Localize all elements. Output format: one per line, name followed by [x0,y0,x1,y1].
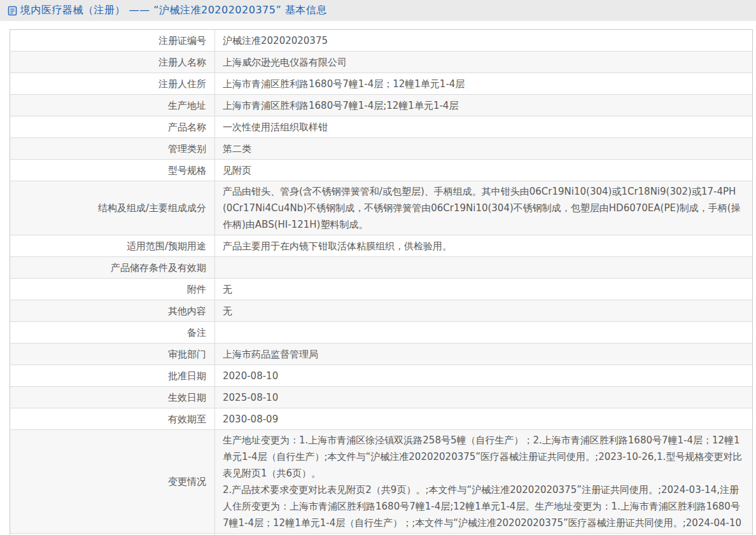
row-label: 注册证编号 [10,30,215,51]
row-label: 注册人名称 [10,52,215,73]
table-row: 备注 [10,322,752,344]
row-label: 有效期至 [10,408,215,429]
table-row: 其他内容 无 [10,300,752,322]
page-header: 境内医疗器械（注册） —— “沪械注准20202020375” 基本信息 [0,0,756,21]
row-label: 备注 [10,322,215,343]
document-icon [8,6,17,16]
row-value [215,322,752,343]
registration-info-table: 注册证编号 沪械注准20202020375 注册人名称 上海威尔逊光电仪器有限公… [10,29,753,535]
row-label: 附件 [10,279,215,300]
row-label: 产品储存条件及有效期 [10,257,215,278]
row-value: 上海威尔逊光电仪器有限公司 [215,52,752,73]
row-value: 产品由钳头、管身(含不锈钢弹簧管和/或包塑层)、手柄组成。其中钳头由06Cr19… [215,181,752,235]
row-value: 上海市药品监督管理局 [215,344,752,365]
row-label: 产品名称 [10,116,215,137]
row-label: 批准日期 [10,365,215,386]
row-value: 2025-08-10 [215,387,752,408]
row-label: 型号规格 [10,160,215,181]
row-value: 2020-08-10 [215,365,752,386]
row-value: 沪械注准20202020375 [215,30,752,51]
table-row: 变更情况 生产地址变更为：1.上海市青浦区徐泾镇双浜路258号5幢（自行生产）；… [10,430,752,534]
row-value: 无 [215,300,752,321]
table-row: 审批部门 上海市药品监督管理局 [10,344,752,365]
row-value: 无 [215,279,752,300]
row-label: 注册人住所 [10,73,215,94]
table-row: 结构及组成/主要组成成分 产品由钳头、管身(含不锈钢弹簧管和/或包塑层)、手柄组… [10,181,752,235]
row-value: 见附页 [215,160,752,181]
row-value: 产品主要用于在内镜下钳取活体粘膜组织，供检验用。 [215,235,752,256]
table-row: 注册人名称 上海威尔逊光电仪器有限公司 [10,52,752,73]
row-value [215,257,752,278]
table-row: 附件 无 [10,279,752,300]
row-label: 适用范围/预期用途 [10,235,215,256]
row-value: 一次性使用活组织取样钳 [215,116,752,137]
row-value: 上海市青浦区胜利路1680号7幢1-4层；12幢1单元1-4层 [215,73,752,94]
row-value: 2030-08-09 [215,408,752,429]
row-label: 结构及组成/主要组成成分 [10,181,215,235]
table-row: 有效期至 2030-08-09 [10,408,752,430]
table-row: 管理类别 第二类 [10,138,752,160]
table-row: 产品储存条件及有效期 [10,257,752,279]
row-label: 其他内容 [10,300,215,321]
row-label: 管理类别 [10,138,215,159]
table-row: 批准日期 2020-08-10 [10,365,752,387]
row-label: 审批部门 [10,344,215,365]
row-value: 上海市青浦区胜利路1680号7幢1-4层;12幢1单元1-4层 [215,95,752,116]
table-row: 产品名称 一次性使用活组织取样钳 [10,116,752,138]
row-label: 生产地址 [10,95,215,116]
table-row: 注册证编号 沪械注准20202020375 [10,30,752,52]
page-title: 境内医疗器械（注册） —— “沪械注准20202020375” 基本信息 [20,4,327,17]
row-value: 第二类 [215,138,752,159]
table-row: 注册人住所 上海市青浦区胜利路1680号7幢1-4层；12幢1单元1-4层 [10,73,752,95]
table-row: 生产地址 上海市青浦区胜利路1680号7幢1-4层;12幢1单元1-4层 [10,95,752,116]
table-row: 生效日期 2025-08-10 [10,387,752,408]
row-value: 生产地址变更为：1.上海市青浦区徐泾镇双浜路258号5幢（自行生产）；2.上海市… [215,430,752,533]
row-label: 变更情况 [10,430,215,533]
table-row: 适用范围/预期用途 产品主要用于在内镜下钳取活体粘膜组织，供检验用。 [10,235,752,257]
row-label: 生效日期 [10,387,215,408]
table-row: 型号规格 见附页 [10,160,752,181]
